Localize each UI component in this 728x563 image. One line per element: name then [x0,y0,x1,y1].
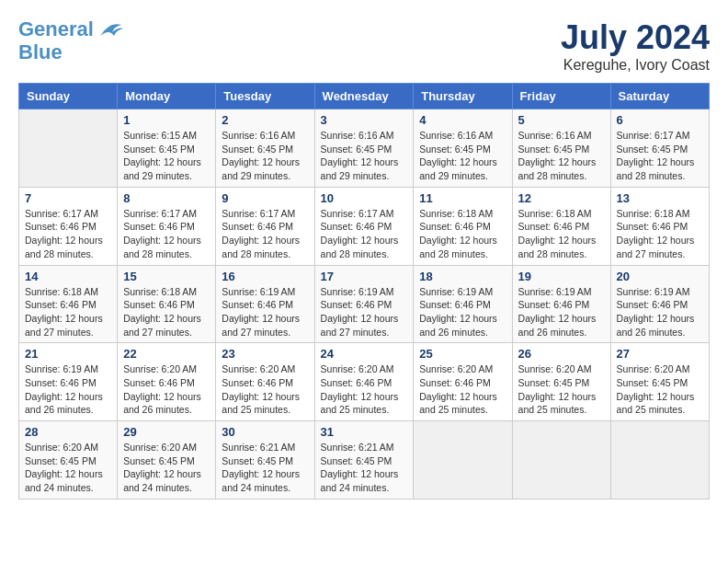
title-block: July 2024 Kereguhe, Ivory Coast [561,18,710,74]
day-number: 31 [321,425,408,439]
calendar-cell: 21Sunrise: 6:19 AM Sunset: 6:46 PM Dayli… [19,343,118,421]
calendar-cell: 20Sunrise: 6:19 AM Sunset: 6:46 PM Dayli… [610,265,709,343]
week-row-3: 14Sunrise: 6:18 AM Sunset: 6:46 PM Dayli… [19,265,710,343]
calendar-cell: 30Sunrise: 6:21 AM Sunset: 6:45 PM Dayli… [216,421,314,500]
calendar-header-row: SundayMondayTuesdayWednesdayThursdayFrid… [19,84,710,109]
logo-text-blue: Blue [18,41,123,63]
calendar-cell: 3Sunrise: 6:16 AM Sunset: 6:45 PM Daylig… [314,109,414,188]
day-number: 9 [222,191,308,205]
calendar-cell: 1Sunrise: 6:15 AM Sunset: 6:45 PM Daylig… [118,109,216,188]
calendar-cell: 10Sunrise: 6:17 AM Sunset: 6:46 PM Dayli… [314,187,414,265]
day-info: Sunrise: 6:20 AM Sunset: 6:45 PM Dayligh… [123,441,210,495]
header-monday: Monday [118,84,216,109]
calendar-cell: 17Sunrise: 6:19 AM Sunset: 6:46 PM Dayli… [314,265,414,343]
day-number: 7 [25,191,111,205]
day-number: 5 [518,113,605,127]
day-info: Sunrise: 6:20 AM Sunset: 6:46 PM Dayligh… [419,362,506,417]
calendar-cell: 13Sunrise: 6:18 AM Sunset: 6:46 PM Dayli… [610,187,709,265]
calendar-cell: 8Sunrise: 6:17 AM Sunset: 6:46 PM Daylig… [118,187,216,265]
day-number: 30 [222,425,308,439]
header-friday: Friday [512,84,610,109]
day-info: Sunrise: 6:17 AM Sunset: 6:46 PM Dayligh… [321,207,408,261]
week-row-2: 7Sunrise: 6:17 AM Sunset: 6:46 PM Daylig… [19,187,710,265]
calendar-cell: 6Sunrise: 6:17 AM Sunset: 6:45 PM Daylig… [610,109,709,188]
day-info: Sunrise: 6:20 AM Sunset: 6:46 PM Dayligh… [222,362,308,417]
day-info: Sunrise: 6:18 AM Sunset: 6:46 PM Dayligh… [123,285,210,339]
calendar-cell: 18Sunrise: 6:19 AM Sunset: 6:46 PM Dayli… [414,265,512,343]
day-number: 12 [518,191,605,205]
day-info: Sunrise: 6:17 AM Sunset: 6:46 PM Dayligh… [25,207,111,261]
day-info: Sunrise: 6:15 AM Sunset: 6:45 PM Dayligh… [123,129,210,183]
calendar-cell: 26Sunrise: 6:20 AM Sunset: 6:45 PM Dayli… [512,343,610,421]
day-number: 3 [321,113,408,127]
day-info: Sunrise: 6:16 AM Sunset: 6:45 PM Dayligh… [419,129,506,183]
calendar-cell [414,421,512,500]
day-info: Sunrise: 6:18 AM Sunset: 6:46 PM Dayligh… [617,207,703,261]
day-info: Sunrise: 6:19 AM Sunset: 6:46 PM Dayligh… [617,285,703,339]
day-info: Sunrise: 6:17 AM Sunset: 6:46 PM Dayligh… [123,207,210,261]
calendar-cell: 24Sunrise: 6:20 AM Sunset: 6:46 PM Dayli… [314,343,414,421]
day-number: 17 [321,270,408,283]
day-number: 23 [222,347,308,361]
day-number: 15 [123,270,210,283]
day-info: Sunrise: 6:20 AM Sunset: 6:45 PM Dayligh… [25,441,111,495]
day-number: 4 [419,113,506,127]
day-info: Sunrise: 6:19 AM Sunset: 6:46 PM Dayligh… [25,362,111,417]
day-number: 25 [419,347,506,361]
calendar-cell: 5Sunrise: 6:16 AM Sunset: 6:45 PM Daylig… [512,109,610,188]
day-number: 26 [518,347,605,361]
day-number: 2 [222,113,308,127]
calendar-cell: 15Sunrise: 6:18 AM Sunset: 6:46 PM Dayli… [118,265,216,343]
week-row-4: 21Sunrise: 6:19 AM Sunset: 6:46 PM Dayli… [19,343,710,421]
day-number: 19 [518,270,605,283]
header-tuesday: Tuesday [216,84,314,109]
calendar-cell: 29Sunrise: 6:20 AM Sunset: 6:45 PM Dayli… [118,421,216,500]
day-info: Sunrise: 6:17 AM Sunset: 6:46 PM Dayligh… [222,207,308,261]
day-number: 10 [321,191,408,205]
calendar-cell: 12Sunrise: 6:18 AM Sunset: 6:46 PM Dayli… [512,187,610,265]
calendar-cell: 4Sunrise: 6:16 AM Sunset: 6:45 PM Daylig… [414,109,512,188]
calendar-cell: 16Sunrise: 6:19 AM Sunset: 6:46 PM Dayli… [216,265,314,343]
day-info: Sunrise: 6:18 AM Sunset: 6:46 PM Dayligh… [419,207,506,261]
location: Kereguhe, Ivory Coast [561,57,710,74]
calendar-cell: 25Sunrise: 6:20 AM Sunset: 6:46 PM Dayli… [414,343,512,421]
day-number: 8 [123,191,210,205]
day-info: Sunrise: 6:20 AM Sunset: 6:46 PM Dayligh… [321,362,408,417]
day-number: 27 [617,347,703,361]
calendar-cell: 23Sunrise: 6:20 AM Sunset: 6:46 PM Dayli… [216,343,314,421]
day-info: Sunrise: 6:17 AM Sunset: 6:45 PM Dayligh… [617,129,703,183]
day-info: Sunrise: 6:16 AM Sunset: 6:45 PM Dayligh… [518,129,605,183]
calendar-cell: 27Sunrise: 6:20 AM Sunset: 6:45 PM Dayli… [610,343,709,421]
day-info: Sunrise: 6:20 AM Sunset: 6:46 PM Dayligh… [123,362,210,417]
calendar-cell: 7Sunrise: 6:17 AM Sunset: 6:46 PM Daylig… [19,187,118,265]
day-info: Sunrise: 6:19 AM Sunset: 6:46 PM Dayligh… [321,285,408,339]
page-header: General Blue July 2024 Kereguhe, Ivory C… [18,18,710,74]
calendar-cell: 22Sunrise: 6:20 AM Sunset: 6:46 PM Dayli… [118,343,216,421]
day-info: Sunrise: 6:20 AM Sunset: 6:45 PM Dayligh… [617,362,703,417]
logo: General Blue [18,18,123,63]
logo-text: General [18,18,123,41]
day-number: 29 [123,425,210,439]
month-title: July 2024 [561,18,710,57]
day-number: 18 [419,270,506,283]
header-thursday: Thursday [414,84,512,109]
day-info: Sunrise: 6:21 AM Sunset: 6:45 PM Dayligh… [321,441,408,495]
day-number: 6 [617,113,703,127]
calendar-cell: 28Sunrise: 6:20 AM Sunset: 6:45 PM Dayli… [19,421,118,500]
day-info: Sunrise: 6:19 AM Sunset: 6:46 PM Dayligh… [222,285,308,339]
day-number: 13 [617,191,703,205]
day-info: Sunrise: 6:19 AM Sunset: 6:46 PM Dayligh… [518,285,605,339]
calendar-cell [610,421,709,500]
day-number: 24 [321,347,408,361]
day-number: 21 [25,347,111,361]
header-saturday: Saturday [610,84,709,109]
day-info: Sunrise: 6:20 AM Sunset: 6:45 PM Dayligh… [518,362,605,417]
day-number: 14 [25,270,111,283]
day-info: Sunrise: 6:18 AM Sunset: 6:46 PM Dayligh… [518,207,605,261]
day-number: 1 [123,113,210,127]
header-sunday: Sunday [19,84,118,109]
calendar-cell: 11Sunrise: 6:18 AM Sunset: 6:46 PM Dayli… [414,187,512,265]
header-wednesday: Wednesday [314,84,414,109]
day-info: Sunrise: 6:16 AM Sunset: 6:45 PM Dayligh… [321,129,408,183]
calendar-cell: 31Sunrise: 6:21 AM Sunset: 6:45 PM Dayli… [314,421,414,500]
